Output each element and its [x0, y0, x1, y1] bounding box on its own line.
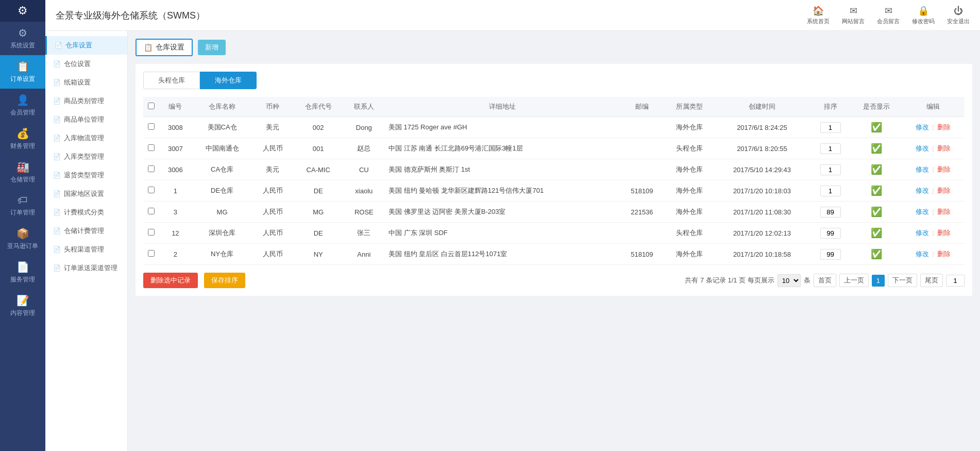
menu-doc-icon: 📄 — [53, 116, 61, 123]
sidebar-item-finance-management[interactable]: 💰财务管理 — [0, 122, 45, 156]
menu-item-slot-settings[interactable]: 📄仓位设置 — [45, 55, 127, 73]
cell-display: ✅ — [851, 202, 902, 223]
edit-link-6[interactable]: 修改 — [916, 250, 929, 258]
menu-item-product-category[interactable]: 📄商品类别管理 — [45, 92, 127, 110]
sort-input-0[interactable] — [820, 122, 841, 133]
row-checkbox-2[interactable] — [148, 165, 155, 172]
display-check-3: ✅ — [871, 186, 882, 196]
sidebar-label: 订单设置 — [10, 75, 35, 83]
nav-website-message[interactable]: ✉网站留言 — [842, 5, 865, 25]
nav-label: 会员留言 — [877, 18, 900, 25]
row-checkbox-5[interactable] — [148, 229, 155, 236]
cell-created: 2017/1/20 11:08:30 — [715, 202, 810, 223]
cell-actions: 修改 | 删除 — [902, 159, 965, 180]
cell-name: MG — [192, 202, 252, 223]
menu-item-fee-mode[interactable]: 📄计费模式分类 — [45, 203, 127, 222]
nav-label: 安全退出 — [947, 18, 970, 25]
prev-page-button[interactable]: 上一页 — [839, 274, 869, 287]
page-header-title: 📋 仓库设置 — [136, 39, 193, 56]
sort-input-1[interactable] — [820, 143, 841, 154]
table-row: 3 MG 人民币 MG ROSE 美国 佛罗里达 迈阿密 美景大厦B-203室 … — [143, 202, 965, 223]
next-page-button[interactable]: 下一页 — [888, 274, 917, 287]
sidebar-item-content-management[interactable]: 📝内容管理 — [0, 289, 45, 323]
cell-created: 2017/5/10 14:29:43 — [715, 159, 810, 180]
menu-label: 头程渠道管理 — [64, 245, 104, 254]
menu-doc-icon: 📄 — [53, 79, 61, 86]
edit-link-1[interactable]: 修改 — [916, 144, 929, 152]
delete-link-2[interactable]: 删除 — [937, 165, 951, 173]
delete-link-4[interactable]: 删除 — [937, 208, 951, 215]
row-checkbox-1[interactable] — [148, 144, 155, 151]
nav-change-password[interactable]: 🔒修改密码 — [912, 5, 935, 25]
display-check-4: ✅ — [871, 207, 882, 217]
sidebar-item-warehouse-management[interactable]: 🏭仓储管理 — [0, 156, 45, 189]
sidebar-item-member-management[interactable]: 👤会员管理 — [0, 89, 45, 122]
menu-label: 仓库设置 — [65, 41, 92, 50]
sidebar-label: 会员管理 — [10, 108, 35, 117]
row-checkbox-4[interactable] — [148, 208, 155, 214]
save-sort-button[interactable]: 保存排序 — [204, 273, 245, 288]
tab-head-warehouse[interactable]: 头程仓库 — [143, 72, 200, 89]
sort-input-6[interactable] — [820, 249, 841, 260]
select-all-checkbox[interactable] — [148, 103, 155, 109]
delete-link-0[interactable]: 删除 — [937, 123, 951, 131]
cell-zipcode — [620, 223, 664, 244]
menu-item-return-type[interactable]: 📄退货类型管理 — [45, 166, 127, 185]
sidebar-label: 系统设置 — [10, 41, 35, 50]
delete-selected-button[interactable]: 删除选中记录 — [143, 273, 198, 288]
delete-link-5[interactable]: 删除 — [937, 229, 951, 237]
new-button[interactable]: 新增 — [198, 40, 226, 55]
per-page-select[interactable]: 10 20 50 — [778, 274, 801, 287]
menu-item-head-channel[interactable]: 📄头程渠道管理 — [45, 240, 127, 259]
cell-sort — [809, 138, 851, 159]
website-message-icon: ✉ — [850, 5, 857, 16]
delete-link-1[interactable]: 删除 — [937, 144, 951, 152]
logout-icon: ⏻ — [954, 6, 963, 16]
edit-link-0[interactable]: 修改 — [916, 123, 929, 131]
edit-link-4[interactable]: 修改 — [916, 208, 929, 215]
cell-created: 2017/6/1 8:24:25 — [715, 117, 810, 138]
sort-input-2[interactable] — [820, 164, 841, 175]
nav-home[interactable]: 🏠系统首页 — [807, 5, 830, 25]
delete-link-6[interactable]: 删除 — [937, 250, 951, 258]
cell-id: 1 — [159, 180, 192, 202]
sidebar-item-amazon-order[interactable]: 📦亚马逊订单 — [0, 222, 45, 256]
menu-item-warehouse-settings[interactable]: 📄仓库设置 — [45, 36, 127, 55]
nav-member-message[interactable]: ✉会员留言 — [877, 5, 900, 25]
menu-item-inbound-logistics[interactable]: 📄入库物流管理 — [45, 129, 127, 147]
sidebar-item-order-settings[interactable]: 📋订单设置 — [0, 55, 45, 89]
current-page-button[interactable]: 1 — [872, 275, 885, 287]
last-page-button[interactable]: 尾页 — [920, 274, 943, 287]
cell-contact: CU — [344, 159, 384, 180]
first-page-button[interactable]: 首页 — [814, 274, 836, 287]
edit-link-5[interactable]: 修改 — [916, 229, 929, 237]
nav-logout[interactable]: ⏻安全退出 — [947, 6, 970, 25]
col-type: 所属类型 — [664, 97, 715, 117]
nav-label: 系统首页 — [807, 18, 830, 25]
row-checkbox-6[interactable] — [148, 250, 155, 257]
sort-input-5[interactable] — [820, 228, 841, 239]
menu-item-carton-settings[interactable]: 📄纸箱设置 — [45, 73, 127, 92]
row-checkbox-0[interactable] — [148, 123, 155, 130]
sort-input-3[interactable] — [820, 186, 841, 196]
table-card: 头程仓库 海外仓库 编号 仓库名称 币种 仓库代号 联系人 详细地址 — [136, 64, 972, 296]
sidebar-label: 订单管理 — [10, 208, 35, 217]
menu-item-warehouse-fee[interactable]: 📄仓储计费管理 — [45, 222, 127, 240]
delete-link-3[interactable]: 删除 — [937, 187, 951, 194]
sidebar-item-service-management[interactable]: 📄服务管理 — [0, 256, 45, 289]
menu-item-country-settings[interactable]: 📄国家地区设置 — [45, 185, 127, 203]
menu-item-product-unit[interactable]: 📄商品单位管理 — [45, 110, 127, 129]
menu-item-inbound-type[interactable]: 📄入库类型管理 — [45, 147, 127, 166]
page-jump-input[interactable] — [946, 275, 965, 287]
edit-link-3[interactable]: 修改 — [916, 187, 929, 194]
sidebar-item-order-management[interactable]: 🏷订单管理 — [0, 189, 45, 222]
edit-link-2[interactable]: 修改 — [916, 165, 929, 173]
sidebar-item-system-settings[interactable]: ⚙系统设置 — [0, 22, 45, 55]
tab-overseas-warehouse[interactable]: 海外仓库 — [200, 72, 257, 89]
cell-zipcode: 518109 — [620, 244, 664, 265]
cell-code: DE — [293, 180, 344, 202]
sort-input-4[interactable] — [820, 207, 841, 218]
row-checkbox-3[interactable] — [148, 187, 155, 193]
menu-item-order-dispatch[interactable]: 📄订单派送渠道管理 — [45, 259, 127, 277]
display-check-0: ✅ — [871, 122, 882, 132]
